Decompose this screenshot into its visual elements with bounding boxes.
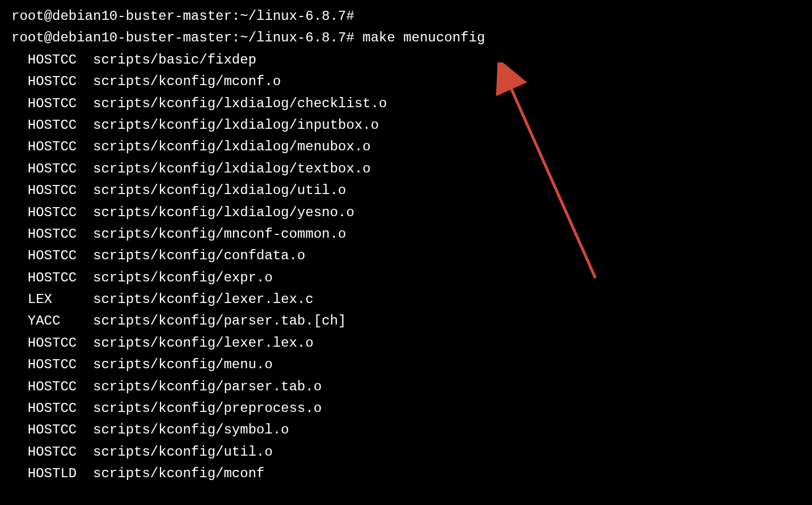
build-output-line: HOSTCC scripts/kconfig/symbol.o	[11, 419, 801, 441]
build-output-line: YACC scripts/kconfig/parser.tab.[ch]	[11, 310, 801, 332]
build-output-line: HOSTCC scripts/kconfig/lxdialog/checklis…	[11, 93, 801, 115]
build-output-line: HOSTCC scripts/kconfig/parser.tab.o	[11, 376, 801, 398]
prompt-line-empty: root@debian10-buster-master:~/linux-6.8.…	[11, 6, 801, 27]
build-output-line: HOSTCC scripts/kconfig/lxdialog/textbox.…	[11, 158, 801, 180]
build-output: HOSTCC scripts/basic/fixdep HOSTCC scrip…	[11, 49, 801, 485]
build-output-line: HOSTCC scripts/kconfig/lexer.lex.o	[11, 333, 801, 354]
build-output-line: HOSTCC scripts/kconfig/expr.o	[11, 267, 801, 289]
build-output-line: HOSTLD scripts/kconfig/mconf	[11, 463, 801, 485]
build-output-line: HOSTCC scripts/kconfig/preprocess.o	[11, 398, 801, 419]
build-output-line: HOSTCC scripts/kconfig/lxdialog/menubox.…	[11, 136, 801, 158]
build-output-line: HOSTCC scripts/kconfig/util.o	[11, 441, 801, 463]
build-output-line: HOSTCC scripts/kconfig/mnconf-common.o	[11, 224, 801, 245]
prompt-line-command: root@debian10-buster-master:~/linux-6.8.…	[11, 27, 801, 49]
build-output-line: HOSTCC scripts/kconfig/confdata.o	[11, 245, 801, 267]
shell-prompt: root@debian10-buster-master:~/linux-6.8.…	[11, 30, 354, 45]
command-text: make menuconfig	[354, 30, 485, 45]
build-output-line: HOSTCC scripts/kconfig/menu.o	[11, 354, 801, 376]
build-output-line: HOSTCC scripts/kconfig/lxdialog/inputbox…	[11, 115, 801, 136]
shell-prompt: root@debian10-buster-master:~/linux-6.8.…	[11, 9, 354, 24]
terminal-output[interactable]: root@debian10-buster-master:~/linux-6.8.…	[11, 6, 801, 485]
build-output-line: HOSTCC scripts/kconfig/lxdialog/yesno.o	[11, 202, 801, 224]
build-output-line: HOSTCC scripts/kconfig/mconf.o	[11, 71, 801, 92]
build-output-line: HOSTCC scripts/kconfig/lxdialog/util.o	[11, 180, 801, 201]
command-empty	[354, 9, 362, 24]
build-output-line: LEX scripts/kconfig/lexer.lex.c	[11, 289, 801, 310]
build-output-line: HOSTCC scripts/basic/fixdep	[11, 49, 801, 71]
